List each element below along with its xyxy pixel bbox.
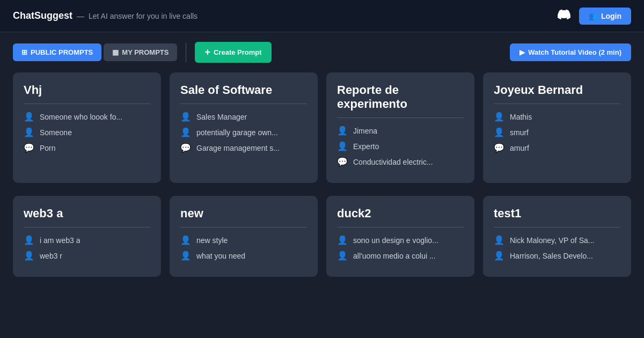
card-title-3: Joyeux Bernard [494,83,620,104]
card-row-text-3-1: smurf [510,128,529,137]
tab-my-prompts[interactable]: ▦ MY PROMPTS [104,43,177,61]
login-icon: 👥 [589,12,598,20]
card-1[interactable]: Sale of Software👤Sales Manager👤potential… [170,72,318,183]
person-icon-0-0: 👤 [24,235,34,245]
card-0[interactable]: web3 a👤i am web3 a👤web3 r [13,196,161,277]
card-row-text-3-0: Nick Maloney, VP of Sa... [510,236,594,245]
my-prompts-icon: ▦ [112,48,119,56]
person-icon-3-1: 👤 [494,127,504,137]
person-icon-2-0: 👤 [337,126,348,136]
person-icon-3-0: 👤 [494,235,504,245]
person-icon-2-1: 👤 [337,251,348,261]
discord-icon[interactable] [558,8,570,24]
chat-icon-1-2: 💬 [180,143,191,153]
card-0[interactable]: Vhj👤Someone who loook fo...👤Someone💬Porn [13,72,161,183]
card-row-text-2-2: Conductividad electric... [353,158,433,166]
person-icon-1-1: 👤 [180,251,191,261]
toolbar: ⊞ PUBLIC PROMPTS ▦ MY PROMPTS + Create P… [0,32,644,72]
card-row-text-2-0: Jimena [353,127,377,135]
card-row-text-1-1: what you need [196,252,245,260]
card-row-0-1: 👤web3 r [24,251,150,261]
card-1[interactable]: new👤new style👤what you need [170,196,318,277]
card-row-0-2: 💬Porn [24,143,150,153]
card-row-text-3-1: Harrison, Sales Develo... [510,252,593,260]
card-row-2-1: 👤all'uomo medio a colui ... [337,251,464,261]
card-row-1-1: 👤what you need [180,251,307,261]
card-row-3-1: 👤smurf [494,127,620,137]
card-row-text-1-0: new style [196,236,228,245]
login-button[interactable]: 👥 Login [579,8,631,25]
person-icon-3-0: 👤 [494,112,504,122]
tab-public-prompts[interactable]: ⊞ PUBLIC PROMPTS [13,43,101,61]
card-row-text-2-1: Experto [353,142,379,151]
card-row-text-3-2: amurf [510,144,529,152]
card-row-1-2: 💬Garage management s... [180,143,307,153]
person-icon-1-1: 👤 [180,127,191,137]
person-icon-0-1: 👤 [24,251,34,261]
person-icon-3-1: 👤 [494,251,504,261]
cards-row-1: Vhj👤Someone who loook fo...👤Someone💬Porn… [0,72,644,196]
card-row-2-0: 👤Jimena [337,126,464,136]
card-title-1: Sale of Software [180,83,307,104]
login-label: Login [601,12,621,20]
card-row-text-2-1: all'uomo medio a colui ... [353,252,436,260]
card-row-text-0-1: Someone [40,128,72,137]
card-title-2: Reporte de experimento [337,83,464,118]
person-icon-1-0: 👤 [180,235,191,245]
cards-row-2: web3 a👤i am web3 a👤web3 rnew👤new style👤w… [0,196,644,290]
card-row-text-0-0: Someone who loook fo... [40,113,122,121]
create-prompt-button[interactable]: + Create Prompt [195,42,271,63]
card-3[interactable]: Joyeux Bernard👤Mathis👤smurf💬amurf [483,72,631,183]
card-row-2-0: 👤sono un design e voglio... [337,235,464,245]
card-title-2: duck2 [337,207,464,227]
card-title-3: test1 [494,207,620,227]
card-row-3-1: 👤Harrison, Sales Develo... [494,251,620,261]
card-row-3-0: 👤Mathis [494,112,620,122]
card-row-0-1: 👤Someone [24,127,150,137]
card-2[interactable]: Reporte de experimento👤Jimena👤Experto💬Co… [326,72,474,183]
card-row-text-2-0: sono un design e voglio... [353,236,438,245]
toolbar-divider [186,43,186,62]
card-row-2-2: 💬Conductividad electric... [337,157,464,167]
create-label: Create Prompt [214,48,262,56]
card-row-1-1: 👤potentially garage own... [180,127,307,137]
play-icon: ▶ [519,48,525,56]
card-row-1-0: 👤Sales Manager [180,112,307,122]
watch-tutorial-button[interactable]: ▶ Watch Tutorial Video (2 min) [510,43,631,61]
card-row-text-1-1: potentially garage own... [196,128,278,137]
person-icon-0-1: 👤 [24,127,34,137]
person-icon-2-0: 👤 [337,235,348,245]
card-2[interactable]: duck2👤sono un design e voglio...👤all'uom… [326,196,474,277]
tab-my-label: MY PROMPTS [122,48,169,56]
chat-icon-3-2: 💬 [494,143,504,153]
card-title-0: Vhj [24,83,150,104]
header-tagline: Let AI answer for you in live calls [89,12,197,20]
chat-icon-2-2: 💬 [337,157,348,167]
card-title-0: web3 a [24,207,150,227]
person-icon-0-0: 👤 [24,112,34,122]
card-row-2-1: 👤Experto [337,141,464,151]
header-left: ChatSuggest — Let AI answer for you in l… [13,10,197,21]
card-row-text-0-2: Porn [40,144,56,152]
card-3[interactable]: test1👤Nick Maloney, VP of Sa...👤Harrison… [483,196,631,277]
card-row-3-0: 👤Nick Maloney, VP of Sa... [494,235,620,245]
card-row-text-0-1: web3 r [40,252,62,260]
watch-label: Watch Tutorial Video (2 min) [528,48,621,56]
header-right: 👥 Login [558,8,631,25]
brand-name: ChatSuggest [13,10,72,21]
card-title-1: new [180,207,307,227]
card-row-text-3-0: Mathis [510,113,532,121]
card-row-text-1-0: Sales Manager [196,113,247,121]
chat-icon-0-2: 💬 [24,143,34,153]
person-icon-2-1: 👤 [337,141,348,151]
plus-icon: + [204,47,210,58]
card-row-0-0: 👤Someone who loook fo... [24,112,150,122]
card-row-3-2: 💬amurf [494,143,620,153]
card-row-text-1-2: Garage management s... [196,144,280,152]
card-row-1-0: 👤new style [180,235,307,245]
tab-group: ⊞ PUBLIC PROMPTS ▦ MY PROMPTS [13,43,177,61]
card-row-0-0: 👤i am web3 a [24,235,150,245]
grid-icon: ⊞ [21,48,27,56]
card-row-text-0-0: i am web3 a [40,236,80,245]
person-icon-1-0: 👤 [180,112,191,122]
